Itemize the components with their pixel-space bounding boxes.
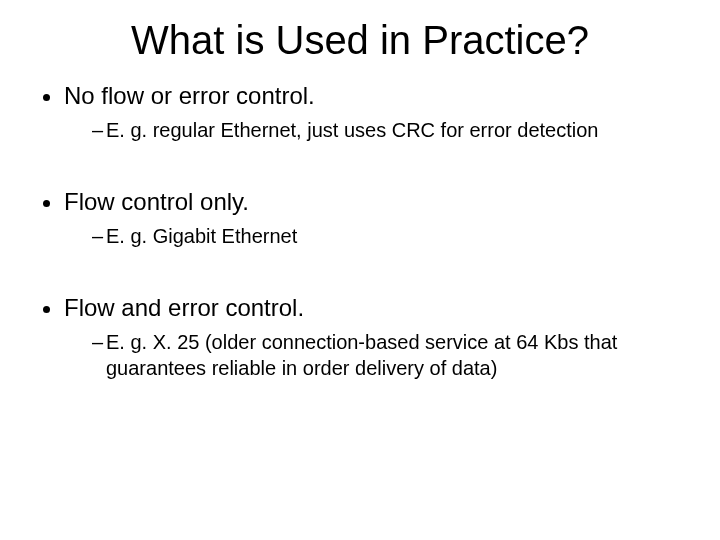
bullet-text: No flow or error control. (64, 82, 315, 109)
slide-title: What is Used in Practice? (40, 18, 680, 63)
sub-list-item: E. g. regular Ethernet, just uses CRC fo… (92, 117, 680, 143)
list-item: Flow control only. E. g. Gigabit Etherne… (64, 187, 680, 249)
list-item: Flow and error control. E. g. X. 25 (old… (64, 293, 680, 381)
sub-list-item: E. g. X. 25 (older connection-based serv… (92, 329, 680, 381)
spacer (64, 147, 680, 183)
sub-bullet-text: E. g. X. 25 (older connection-based serv… (106, 331, 617, 379)
bullet-list: No flow or error control. E. g. regular … (40, 81, 680, 381)
bullet-text: Flow and error control. (64, 294, 304, 321)
sub-list-item: E. g. Gigabit Ethernet (92, 223, 680, 249)
sub-list: E. g. Gigabit Ethernet (64, 223, 680, 249)
slide: What is Used in Practice? No flow or err… (0, 0, 720, 540)
spacer (64, 253, 680, 289)
bullet-text: Flow control only. (64, 188, 249, 215)
sub-bullet-text: E. g. regular Ethernet, just uses CRC fo… (106, 119, 598, 141)
list-item: No flow or error control. E. g. regular … (64, 81, 680, 143)
sub-bullet-text: E. g. Gigabit Ethernet (106, 225, 297, 247)
sub-list: E. g. regular Ethernet, just uses CRC fo… (64, 117, 680, 143)
sub-list: E. g. X. 25 (older connection-based serv… (64, 329, 680, 381)
